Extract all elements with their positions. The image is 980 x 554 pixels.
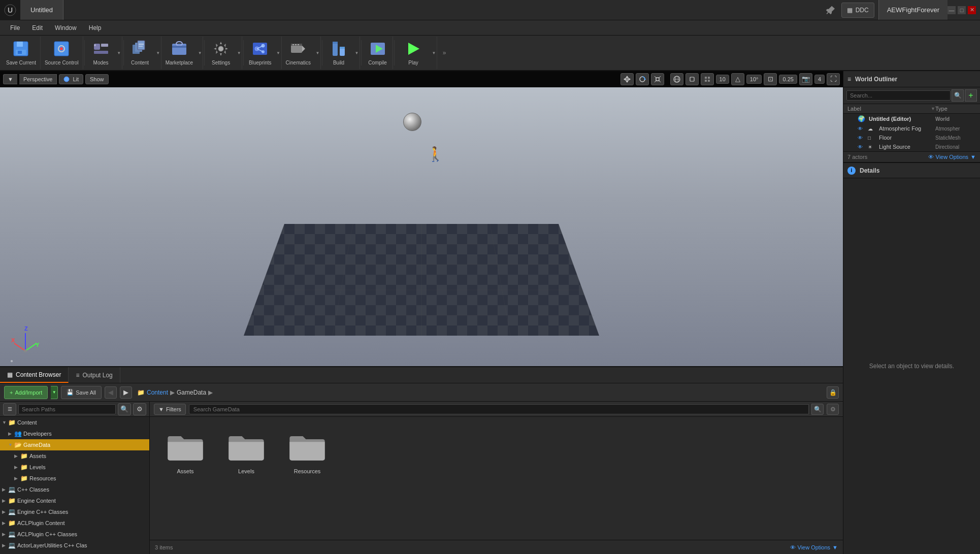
content-dropdown[interactable]: ▼ <box>155 37 161 69</box>
camera-speed[interactable]: 4 <box>814 75 825 84</box>
vp-scale-icon2[interactable]: ⊡ <box>764 73 777 85</box>
close-button[interactable]: ✕ <box>968 6 976 14</box>
visibility-eye[interactable]: 👁 <box>858 144 868 150</box>
folder-assets[interactable]: Assets <box>160 427 211 474</box>
viewport-3d[interactable]: 🚶 Z X Y ● <box>0 87 843 366</box>
outliner-item-light[interactable]: 👁 ☀ Light Source Directional <box>843 142 980 151</box>
svg-point-76 <box>24 349 27 352</box>
tree-item-content[interactable]: ▼ 📁 Content <box>0 417 149 428</box>
toolbar-more-button[interactable]: » <box>439 37 449 69</box>
add-import-dropdown[interactable]: ▼ <box>51 386 58 399</box>
vp-scale-icon[interactable] <box>651 73 664 85</box>
folder-resources[interactable]: Resources <box>282 427 333 474</box>
save-current-button[interactable]: Save Current <box>2 37 41 69</box>
tab-output-log[interactable]: ≡ Output Log <box>69 367 120 383</box>
tree-item-levels[interactable]: ▶ 📁 Levels <box>0 462 149 473</box>
pin-button[interactable] <box>821 2 839 18</box>
cinematics-button[interactable]: Cinematics <box>282 37 315 69</box>
outliner-view-options[interactable]: 👁 View Options ▼ <box>928 154 976 160</box>
modes-button[interactable]: Modes <box>86 37 116 69</box>
build-button[interactable]: Build <box>323 37 354 69</box>
sidebar-settings-icon[interactable]: ⚙ <box>133 403 146 415</box>
blueprints-dropdown[interactable]: ▼ <box>276 37 282 69</box>
sidebar-filter-icon[interactable]: ☰ <box>3 403 16 415</box>
outliner-item-untitled[interactable]: 🌍 Untitled (Editor) World <box>843 114 980 124</box>
search-paths-input[interactable] <box>18 404 116 414</box>
outliner-search-button[interactable]: 🔍 <box>952 89 964 102</box>
tree-item-gamedata[interactable]: ▼ 📂 GameData <box>0 439 149 450</box>
settings-dropdown[interactable]: ▼ <box>236 37 242 69</box>
visibility-eye[interactable]: 👁 <box>858 135 868 141</box>
ddc-button[interactable]: ▦ DDC <box>841 3 874 18</box>
tree-item-engine-cpp[interactable]: ▶ 💻 Engine C++ Classes <box>0 506 149 517</box>
menu-window[interactable]: Window <box>49 22 83 34</box>
play-button[interactable]: Play <box>396 37 431 69</box>
vp-angle-icon[interactable]: △ <box>731 73 744 85</box>
outliner-title: World Outliner <box>855 76 897 83</box>
play-dropdown[interactable]: ▼ <box>431 37 437 69</box>
search-paths-button[interactable]: 🔍 <box>118 403 131 415</box>
tree-item-acl-cpp[interactable]: ▶ 💻 ACLPlugin C++ Classes <box>0 529 149 540</box>
filter-settings-button[interactable]: ⚙ <box>827 404 839 415</box>
vp-world-icon[interactable] <box>670 73 683 85</box>
vp-translate-icon[interactable] <box>620 73 634 85</box>
marketplace-dropdown[interactable]: ▼ <box>197 37 203 69</box>
svg-rect-54 <box>708 77 710 79</box>
breadcrumb-content[interactable]: Content <box>147 389 168 396</box>
tree-item-engine-content[interactable]: ▶ 📁 Engine Content <box>0 495 149 506</box>
filters-button[interactable]: ▼ Filters <box>154 404 186 415</box>
tree-item-developers[interactable]: ▶ 👥 Developers <box>0 428 149 439</box>
settings-button[interactable]: Settings <box>206 37 236 69</box>
svg-rect-10 <box>101 44 108 47</box>
outliner-item-fog[interactable]: 👁 ☁ Atmospheric Fog Atmospher <box>843 124 980 133</box>
tree-item-resources[interactable]: ▶ 📁 Resources <box>0 473 149 484</box>
minimize-button[interactable]: — <box>948 6 956 14</box>
visibility-eye[interactable]: 👁 <box>858 126 868 132</box>
add-import-button[interactable]: + Add/Import <box>4 386 48 399</box>
vp-rotate-icon[interactable] <box>636 73 649 85</box>
maximize-button[interactable]: □ <box>958 6 966 14</box>
content-button[interactable]: Content <box>125 37 155 69</box>
tree-item-acl-content[interactable]: ▶ 📁 ACLPlugin Content <box>0 517 149 529</box>
modes-dropdown[interactable]: ▼ <box>116 37 122 69</box>
scale-value[interactable]: 0.25 <box>779 75 797 84</box>
perspective-dropdown[interactable]: ▼ <box>3 74 17 84</box>
outliner-search-input[interactable] <box>846 90 951 101</box>
show-button[interactable]: Show <box>85 74 109 84</box>
vp-grid-icon[interactable] <box>701 73 714 85</box>
build-dropdown[interactable]: ▼ <box>354 37 360 69</box>
cinematics-dropdown[interactable]: ▼ <box>315 37 321 69</box>
tree-item-actor-layer[interactable]: ▶ 💻 ActorLayerUtilities C++ Clas <box>0 540 149 551</box>
vp-local-icon[interactable] <box>685 73 699 85</box>
compile-button[interactable]: Compile <box>363 37 393 69</box>
outliner-item-floor[interactable]: 👁 □ Floor StaticMesh <box>843 133 980 142</box>
blueprints-button[interactable]: Blueprints <box>245 37 275 69</box>
tab-content-browser[interactable]: ▦ Content Browser <box>0 367 69 383</box>
perspective-button[interactable]: Perspective <box>19 74 57 84</box>
breadcrumb-gamedata[interactable]: GameData <box>177 389 206 396</box>
search-gamedata-input[interactable] <box>189 404 809 414</box>
project-tab[interactable]: Untitled <box>20 0 63 20</box>
outliner-add-button[interactable]: + <box>965 89 977 102</box>
vp-fullscreen-icon[interactable]: ⛶ <box>827 73 840 85</box>
source-control-button[interactable]: Source Control <box>41 37 83 69</box>
modes-label: Modes <box>93 60 109 66</box>
view-options-button[interactable]: 👁 View Options ▼ <box>790 544 838 550</box>
back-button[interactable]: ◀ <box>105 386 117 399</box>
angle-value[interactable]: 10° <box>746 75 762 84</box>
tree-item-assets[interactable]: ▶ 📁 Assets <box>0 450 149 462</box>
menu-file[interactable]: File <box>4 22 26 34</box>
save-all-button[interactable]: 💾 Save All <box>61 386 102 399</box>
folder-levels[interactable]: Levels <box>221 427 272 474</box>
grid-size[interactable]: 10 <box>716 75 729 84</box>
filter-search-button[interactable]: 🔍 <box>811 404 824 415</box>
vp-camera-icon[interactable]: 📷 <box>799 73 812 85</box>
lock-button[interactable]: 🔒 <box>827 386 839 399</box>
menu-edit[interactable]: Edit <box>26 22 49 34</box>
cinematics-group: Cinematics ▼ <box>282 37 321 69</box>
lit-button[interactable]: Lit <box>59 74 83 84</box>
menu-help[interactable]: Help <box>83 22 108 34</box>
marketplace-button[interactable]: Marketplace <box>161 37 197 69</box>
tree-item-cpp-classes[interactable]: ▶ 💻 C++ Classes <box>0 484 149 495</box>
forward-button[interactable]: ▶ <box>120 386 132 399</box>
